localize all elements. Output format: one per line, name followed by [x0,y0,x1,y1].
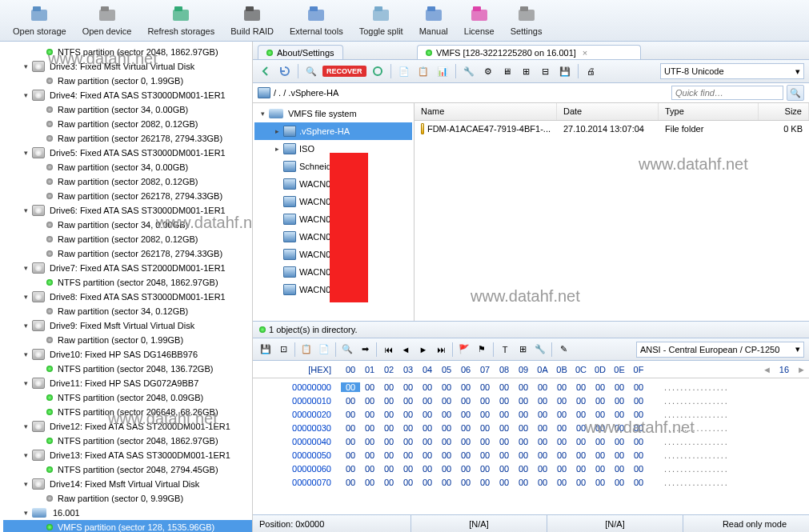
tree-row[interactable]: NTFS partition (sector 206648, 68.26GB) [3,405,252,419]
tree-row[interactable]: Raw partition (sector 2082, 0.12GB) [3,232,252,246]
expander-icon[interactable] [21,148,30,158]
search-button[interactable]: 🔍 [787,85,804,101]
expander-icon[interactable] [21,508,30,518]
expander-icon[interactable] [21,350,30,359]
toolbar-refresh[interactable]: Refresh storages [139,2,222,39]
tree-row[interactable]: Raw partition (sector 262178, 2794.33GB) [3,131,252,146]
tree-row[interactable]: Drive3: Fixed Msft Virtual Virtual Disk [3,59,252,74]
expander-icon[interactable] [21,479,30,489]
toolbar-split[interactable]: Toggle split [351,2,411,39]
find-icon[interactable]: 🔍 [339,342,355,358]
hex-nav-right[interactable]: ► [794,365,809,374]
tool-icon[interactable]: 💾 [557,63,573,79]
expander-icon[interactable] [21,422,30,431]
tree-row[interactable]: Drive7: Fixed ATA SAS ST2000DM001-1ER1 [3,261,252,275]
file-row[interactable]: FDM-A1ACAE47-7919-4BF1-... 27.10.2014 13… [415,121,809,137]
tree-row[interactable]: Raw partition (sector 34, 0.00GB) [3,102,252,117]
tree-row[interactable]: Drive9: Fixed Msft Virtual Virtual Disk [3,318,252,333]
txt-icon[interactable]: T [497,342,513,358]
tool-icon[interactable]: 📊 [435,63,451,79]
last-icon[interactable]: ⏭ [433,342,449,358]
tree-row[interactable]: Raw partition (sector 262178, 2794.33GB) [3,189,252,203]
tree-row[interactable]: Drive13: Fixed ATA SAS ST3000DM001-1ER1 [3,448,252,462]
expander-icon[interactable] [21,292,30,302]
toolbar-tools[interactable]: External tools [282,2,351,39]
tree-row[interactable]: Drive5: Fixed ATA SAS ST3000DM001-1ER1 [3,146,252,160]
tree-row[interactable]: Raw partition (sector 34, 0.12GB) [3,304,252,318]
select-icon[interactable]: ⊡ [275,342,291,358]
tree-row[interactable]: NTFS partition (sector 2048, 0.09GB) [3,390,252,405]
expander-icon[interactable] [21,378,30,388]
tree-row[interactable]: Raw partition (sector 34, 0.00GB) [3,218,252,232]
paste-icon[interactable]: 📄 [316,342,332,358]
hex-row[interactable]: 0000004000000000000000000000000000000000… [253,434,809,448]
tree-row[interactable]: Drive6: Fixed ATA SAS ST3000DM001-1ER1 [3,203,252,218]
expander-icon[interactable] [21,62,30,71]
back-icon[interactable] [258,63,274,79]
binoculars-icon[interactable]: 🔍 [303,63,319,79]
copy-icon[interactable]: 📋 [298,342,314,358]
tree-row[interactable]: Raw partition (sector 0, 1.99GB) [3,333,252,347]
recover-button[interactable]: RECOVER [322,66,366,77]
folder-tree-row[interactable]: VMFS file system [254,105,412,122]
tab-close-icon[interactable]: × [583,48,587,58]
tab-vmfs[interactable]: VMFS [128-3221225280 on 16.001] × [417,45,641,59]
breadcrumb-path[interactable]: / . / .vSphere-HA [274,88,338,98]
first-icon[interactable]: ⏮ [380,342,396,358]
toolbar-folder-open[interactable]: Open storage [5,2,74,39]
tree-row[interactable]: NTFS partition (sector 2048, 2794.45GB) [3,462,252,477]
prev-icon[interactable]: ◄ [398,342,414,358]
toolbar-raid[interactable]: Build RAID [222,2,282,39]
tree-row[interactable]: Raw partition (sector 262178, 2794.33GB) [3,246,252,261]
expander-icon[interactable] [272,144,282,154]
tool-icon[interactable]: ⊞ [515,342,531,358]
tree-row[interactable]: NTFS partition (sector 2048, 1862.97GB) [3,275,252,290]
tree-row[interactable]: VMFS partition (sector 128, 1535.96GB) [3,520,252,532]
tree-row[interactable]: Drive11: Fixed HP SAS DG072A9BB7 [3,376,252,390]
tree-row[interactable]: Drive14: Fixed Msft Virtual Virtual Disk [3,477,252,491]
tool-icon[interactable]: 🖥 [499,63,515,79]
flag-red-icon[interactable]: 🚩 [456,342,472,358]
expander-icon[interactable] [21,90,30,100]
tool-icon[interactable]: 🔧 [532,342,548,358]
search-input[interactable] [672,88,783,98]
col-name[interactable]: Name [415,103,557,120]
col-size[interactable]: Size [759,103,809,120]
tree-row[interactable]: Raw partition (sector 0, 1.99GB) [3,74,252,88]
tree-row[interactable]: Drive10: Fixed HP SAS DG146BB976 [3,347,252,362]
col-date[interactable]: Date [557,103,659,120]
pen-icon[interactable]: ✎ [555,342,571,358]
expander-icon[interactable] [21,263,30,273]
hex-nav-left[interactable]: ◄ [759,365,775,374]
hex-row[interactable]: 0000005000000000000000000000000000000000… [253,448,809,462]
col-type[interactable]: Type [659,103,759,120]
goto-icon[interactable]: ➡ [357,342,373,358]
refresh-green-icon[interactable] [370,63,386,79]
tool-icon[interactable]: 🔧 [461,63,477,79]
hex-encoding-select[interactable]: ANSI - Central European / CP-1250 ▾ [636,342,804,358]
tree-row[interactable]: Raw partition (sector 2082, 0.12GB) [3,174,252,189]
expander-icon[interactable] [272,126,282,136]
tree-row[interactable]: NTFS partition (sector 2048, 136.72GB) [3,362,252,376]
tree-row[interactable]: NTFS partition (sector 2048, 1862.97GB) [3,434,252,448]
tree-row[interactable]: Drive8: Fixed ATA SAS ST3000DM001-1ER1 [3,290,252,304]
hex-row[interactable]: 0000007000000000000000000000000000000000… [253,475,809,489]
tool-icon[interactable]: ⚙ [480,63,496,79]
search-box[interactable] [671,86,783,100]
hex-row[interactable]: 0000000000000000000000000000000000000000… [253,380,809,394]
refresh-icon[interactable] [277,63,293,79]
tree-row[interactable]: Drive4: Fixed ATA SAS ST3000DM001-1ER1 [3,88,252,102]
toolbar-manual[interactable]: Manual [411,2,456,39]
hex-row[interactable]: 0000006000000000000000000000000000000000… [253,462,809,475]
hex-row[interactable]: 0000003000000000000000000000000000000000… [253,421,809,434]
hex-row[interactable]: 0000001000000000000000000000000000000000… [253,394,809,407]
tree-row[interactable]: Raw partition (sector 0, 9.99GB) [3,491,252,506]
expander-icon[interactable] [21,450,30,460]
expander-icon[interactable] [21,206,30,215]
toolbar-license[interactable]: License [456,2,503,39]
tree-row[interactable]: Raw partition (sector 34, 0.00GB) [3,160,252,174]
expander-icon[interactable] [21,321,30,330]
hex-content[interactable]: 0000000000000000000000000000000000000000… [253,378,809,514]
tool-icon[interactable]: 📄 [396,63,412,79]
save-icon[interactable]: 💾 [258,342,274,358]
